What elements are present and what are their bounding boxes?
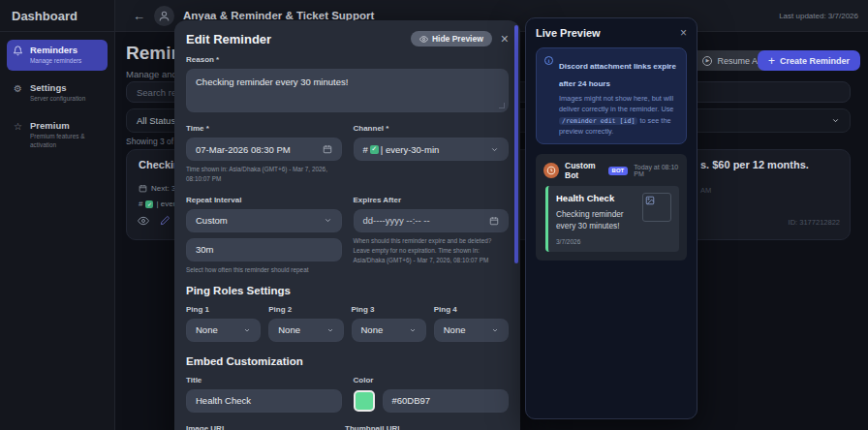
ping4-select[interactable]: None	[434, 319, 509, 342]
ping3-label: Ping 3	[352, 305, 426, 314]
close-icon[interactable]: ×	[680, 27, 687, 39]
custom-interval-value: 30m	[196, 244, 213, 255]
play-icon: ▶	[702, 56, 712, 66]
image-thumbnail-row: Image URL https://example.com/image.png …	[186, 424, 509, 430]
chevron-down-icon	[409, 326, 417, 334]
chevron-down-icon	[490, 145, 499, 154]
sidebar-item-text: Premium Premium features & activation	[30, 120, 102, 149]
expires-after-input[interactable]: dd----yyyy --:-- --	[354, 209, 510, 232]
notice-body-1: Images might not show here, but will del…	[559, 94, 673, 113]
chevron-down-icon	[831, 116, 840, 125]
create-reminder-label: Create Reminder	[780, 56, 850, 66]
calendar-icon[interactable]	[489, 216, 499, 226]
star-icon: ☆	[13, 121, 23, 132]
sidebar-item-label: Settings	[30, 82, 85, 94]
embed-title: Health Check	[556, 193, 636, 203]
repeat-interval-select[interactable]: Custom	[186, 209, 342, 232]
chevron-down-icon	[491, 326, 499, 334]
hide-preview-button[interactable]: Hide Preview	[411, 31, 492, 46]
reminder-title-continued: s. $60 per 12 months.	[700, 159, 809, 170]
chevron-down-icon	[324, 216, 332, 225]
preview-header: Live Preview ×	[536, 27, 687, 39]
modal-scrollbar[interactable]	[514, 25, 518, 263]
sidebar-item-label: Reminders	[30, 45, 81, 56]
ping4-value: None	[444, 324, 466, 335]
sidebar: Dashboard Reminders Manage reminders ⚙ S…	[0, 0, 115, 430]
custom-interval-input[interactable]: 30m	[186, 238, 342, 261]
reason-label: Reason *	[186, 55, 509, 64]
ping4-label: Ping 4	[434, 305, 509, 314]
resume-all-label: Resume All	[717, 56, 761, 66]
sidebar-nav: Reminders Manage reminders ⚙ Settings Se…	[0, 40, 114, 155]
check-emoji: ✓	[370, 145, 379, 154]
repeat-helper: Select how often this reminder should re…	[186, 265, 342, 275]
time-value: 07-Mar-2026 08:30 PM	[196, 144, 291, 155]
broken-image-icon	[645, 196, 655, 205]
eye-icon	[419, 35, 428, 44]
color-swatch[interactable]	[354, 390, 375, 412]
channel-label: Channel *	[354, 124, 510, 133]
calendar-icon[interactable]	[323, 144, 332, 154]
reason-value: Checking reminder every 30 minutes!	[196, 77, 348, 87]
message-header: Custom Bot BOT Today at 08:10 PM	[543, 161, 679, 180]
ping1-select[interactable]: None	[186, 319, 261, 342]
sidebar-item-label: Premium	[30, 120, 102, 132]
embed-footer: 3/7/2026	[556, 238, 636, 245]
bot-badge: BOT	[608, 167, 629, 175]
sidebar-item-sub: Premium features & activation	[30, 133, 102, 149]
ping2-value: None	[278, 324, 300, 335]
chevron-down-icon	[326, 326, 334, 334]
sidebar-item-reminders[interactable]: Reminders Manage reminders	[7, 40, 108, 71]
channel-name: | every-30-min	[381, 144, 440, 155]
discord-message-preview: Custom Bot BOT Today at 08:10 PM Health …	[536, 154, 687, 261]
thumbnail-url-label: Thumbnail URL	[345, 424, 540, 430]
close-icon[interactable]: ×	[501, 32, 509, 46]
expires-value: dd----yyyy --:-- --	[363, 215, 430, 226]
ping1-value: None	[196, 324, 218, 335]
resize-handle-icon[interactable]	[499, 103, 505, 108]
repeat-interval-label: Repeat Interval	[186, 196, 342, 204]
bot-avatar	[543, 163, 559, 178]
sidebar-item-settings[interactable]: ⚙ Settings Server configuration	[7, 77, 108, 108]
edit-icon[interactable]	[159, 214, 171, 227]
modal-header: Edit Reminder Hide Preview ×	[186, 20, 509, 46]
expiry-notice: i Discord attachment links expire after …	[536, 47, 687, 144]
create-reminder-button[interactable]: + Create Reminder	[758, 50, 860, 71]
notice-text: Discord attachment links expire after 24…	[559, 55, 678, 137]
app-root: Dashboard Reminders Manage reminders ⚙ S…	[0, 0, 868, 430]
sidebar-item-text: Reminders Manage reminders	[30, 45, 81, 65]
reason-textarea[interactable]: Checking reminder every 30 minutes!	[186, 69, 509, 112]
reminder-id: ID: 3177212822	[789, 218, 840, 227]
view-icon[interactable]	[137, 214, 149, 227]
time-channel-row: Time * 07-Mar-2026 08:30 PM Time shown i…	[186, 124, 509, 184]
plus-icon: +	[768, 55, 775, 67]
notice-title: Discord attachment links expire after 24…	[559, 62, 676, 88]
title-color-row: Title Health Check Color #60DB97	[186, 376, 509, 413]
repeat-expires-row: Repeat Interval Custom 30m Select how of…	[186, 196, 509, 275]
ping2-label: Ping 2	[268, 305, 343, 314]
sidebar-item-text: Settings Server configuration	[30, 82, 85, 103]
ping3-select[interactable]: None	[352, 319, 426, 342]
embed-title-label: Title	[186, 376, 342, 384]
hide-preview-label: Hide Preview	[432, 34, 483, 44]
ping-roles-row: Ping 1 None Ping 2 None Ping 3 None	[186, 305, 509, 342]
hash-symbol: #	[139, 200, 142, 208]
channel-select[interactable]: # ✓ | every-30-min	[354, 138, 510, 161]
ping2-select[interactable]: None	[268, 319, 343, 342]
message-timestamp: Today at 08:10 PM	[634, 164, 679, 177]
hash-symbol: #	[363, 144, 368, 155]
color-field: #60DB97	[354, 389, 510, 413]
color-input[interactable]: #60DB97	[383, 389, 510, 413]
color-label: Color	[354, 376, 510, 384]
sidebar-item-premium[interactable]: ☆ Premium Premium features & activation	[7, 115, 108, 155]
bell-icon	[13, 46, 23, 56]
time-helper: Time shown in: Asia/Dhaka (GMT+6) - Mar …	[186, 165, 342, 184]
ping1-label: Ping 1	[186, 305, 261, 314]
gear-icon: ⚙	[13, 83, 23, 94]
time-label: Time *	[186, 124, 342, 133]
embed-title-input[interactable]: Health Check	[186, 389, 342, 413]
embed-title-value: Health Check	[196, 395, 251, 406]
back-arrow-icon[interactable]: ←	[133, 9, 145, 23]
time-input[interactable]: 07-Mar-2026 08:30 PM	[186, 138, 342, 161]
info-icon: i	[544, 56, 553, 65]
